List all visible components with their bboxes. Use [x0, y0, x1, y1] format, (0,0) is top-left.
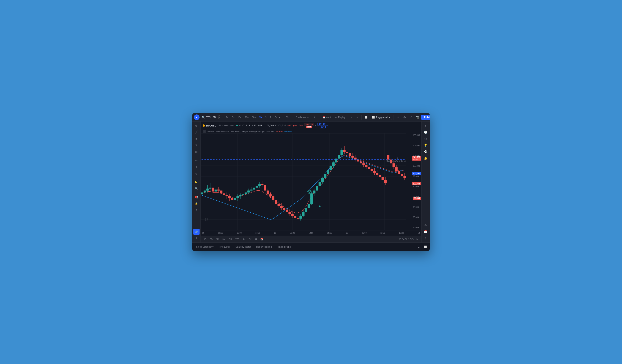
help-button[interactable]: ? [423, 235, 429, 241]
profile-button[interactable]: ⊙ [402, 114, 408, 120]
time-axis: 10 06:00 12:00 18:00 11 06:00 12:00 18:0… [201, 230, 421, 236]
link-tool[interactable]: 🔗 [194, 229, 199, 235]
current-price-label: 101,730 25:09 [412, 156, 421, 161]
replay-button[interactable]: ⏮ Replay [334, 115, 347, 119]
indicators-button[interactable]: ƒ Indicators ▾ [294, 115, 311, 119]
replay-icon: ⏮ [335, 116, 337, 119]
add-symbol-button[interactable]: + [218, 115, 220, 119]
time-0600-1: 06:00 [218, 232, 223, 234]
undo-icon: ↩ [351, 116, 352, 119]
period-1y[interactable]: 1Y [241, 237, 247, 241]
tf-4h[interactable]: 4h [269, 115, 273, 119]
ruler-tool[interactable]: 📐 [194, 179, 199, 185]
target-button[interactable]: ⊙ [423, 222, 429, 228]
time-10: 10 [202, 232, 204, 234]
panel-collapse-button[interactable]: ▲ [416, 244, 422, 250]
sell-price: 101,727 [304, 123, 314, 126]
chart-canvas-area[interactable]: 103,000 102,000 101,000 100,000 99,000 9… [201, 133, 421, 236]
screenshot-button[interactable]: 📷 [415, 114, 421, 120]
search-star-button[interactable]: ☆ [395, 114, 401, 120]
time-1200-1: 12:00 [237, 232, 242, 234]
calendar-range-button[interactable]: 📅 [259, 237, 264, 242]
tf-20m[interactable]: 20m [244, 115, 250, 119]
chart-container: BTCUSD · 1h · BITSTAMP O 101,918 H 101,9… [201, 122, 421, 242]
tf-D[interactable]: D [274, 115, 278, 119]
buy-label[interactable]: BUY [320, 126, 326, 128]
period-6m[interactable]: 6M [227, 237, 233, 241]
ind-val-1: 101,691 [275, 130, 283, 133]
tab-replay-trading[interactable]: Replay Trading [254, 244, 274, 249]
publish-button[interactable]: Publish [421, 115, 430, 120]
line-tool[interactable]: ╱ [194, 129, 199, 135]
clock-button[interactable]: 🕐 [423, 129, 429, 135]
redo-button[interactable]: ↪ [355, 115, 360, 119]
period-5y[interactable]: 5Y [247, 237, 253, 241]
tf-2h[interactable]: 2h [263, 115, 268, 119]
fullscreen-toggle[interactable]: ⬜ [363, 115, 369, 119]
playground-label: Playground [376, 116, 388, 119]
time-11: 11 [274, 232, 276, 234]
timeframe-label: · 1h · [217, 124, 223, 127]
symbol-name: BTCUSD [206, 124, 216, 127]
comment-button[interactable]: 💬 [423, 149, 429, 155]
watchlist-button[interactable]: ≡ [423, 123, 429, 129]
layers-button[interactable]: ⬡ [423, 136, 429, 142]
trash-tool[interactable]: 🗑 [194, 235, 199, 241]
period-1m[interactable]: 1M [214, 237, 220, 241]
templates-button[interactable]: ⊞ [312, 115, 317, 119]
tab-strategy-tester[interactable]: Strategy Tester [233, 244, 253, 249]
stock-screener-label: Stock Screener [196, 246, 212, 248]
period-1d[interactable]: 1D [202, 237, 208, 241]
calendar-button[interactable]: 📅 [423, 229, 429, 235]
period-3m[interactable]: 3M [221, 237, 227, 241]
main-area: ⊕ ╱ ≡ ✳ ⊞ ✏ T ☺ 📐 🔍 🧲 🔒 👁 🔗 🗑 [192, 122, 430, 242]
tab-pine-editor[interactable]: Pine Editor [217, 244, 233, 249]
pencil-tool[interactable]: ✏ [194, 157, 199, 164]
topbar: ▲ 🔍 BTCUSD + 1m 5m 15m 20m 30m 1h 2h 4h … [192, 113, 430, 122]
measure-tool[interactable]: ✳ [194, 142, 199, 148]
emoji-tool[interactable]: ☺ [194, 170, 199, 176]
time-1800-3: 18:00 [399, 232, 404, 234]
bell-button[interactable]: 🔔 [423, 155, 429, 161]
magnet-tool[interactable]: 🧲 [194, 194, 199, 200]
playground-button[interactable]: ⬜ Playground ▾ [370, 115, 392, 120]
logo-button[interactable]: ▲ [194, 114, 199, 120]
period-5d[interactable]: 5D [208, 237, 214, 241]
eye-tool[interactable]: 👁 [194, 207, 199, 213]
text-tools-btn[interactable]: ≡ [194, 136, 199, 142]
lock-tool[interactable]: 🔒 [194, 200, 199, 207]
panel-right-actions: ▲ ⬜ [416, 244, 428, 250]
period-bar: 1D 5D 1M 3M 6M YTD 1Y 5Y All 📅 07:34:50 … [201, 236, 421, 242]
open-label: O 101,918 [239, 124, 250, 127]
symbol-label: BTCUSD [206, 116, 216, 119]
sell-label[interactable]: SELL [306, 126, 312, 128]
live-dot [236, 125, 238, 126]
tf-1m[interactable]: 1m [225, 115, 230, 119]
lightbulb-button[interactable]: 💡 [423, 142, 429, 148]
tab-trading-panel[interactable]: Trading Panel [275, 244, 293, 249]
tf-30m[interactable]: 30m [251, 115, 258, 119]
time-1800-2: 18:00 [327, 232, 332, 234]
tf-15m[interactable]: 15m [236, 115, 243, 119]
time-1200-2: 12:00 [309, 232, 313, 234]
close-entry-text: Close entry(s) order Lo [387, 160, 406, 162]
magnify-tool[interactable]: 🔍 [194, 185, 199, 192]
text-tool[interactable]: T [194, 164, 199, 170]
period-ytd[interactable]: YTD [234, 237, 241, 241]
symbol-search[interactable]: 🔍 BTCUSD [201, 115, 217, 119]
tf-5m[interactable]: 5m [231, 115, 236, 119]
alert-button[interactable]: ⏰ Alert [321, 115, 332, 119]
undo-button[interactable]: ↩ [349, 115, 354, 119]
expand-button[interactable]: ⤢ [408, 114, 414, 120]
tf-more[interactable]: ▾ [278, 115, 281, 119]
goto-time-button[interactable]: ⊙ [414, 236, 420, 242]
compare-button[interactable]: ⇅ [285, 115, 290, 120]
tab-stock-screener[interactable]: Stock Screener ▾ [194, 244, 216, 249]
price-chart[interactable] [201, 133, 421, 230]
panel-expand-button[interactable]: ⬜ [423, 244, 428, 250]
collapse-indicator-button[interactable]: ▲ [203, 130, 206, 133]
period-all[interactable]: All [253, 237, 259, 241]
patterns-tool[interactable]: ⊞ [194, 149, 199, 155]
tf-1h[interactable]: 1h [258, 115, 263, 119]
crosshair-tool[interactable]: ⊕ [194, 123, 199, 129]
